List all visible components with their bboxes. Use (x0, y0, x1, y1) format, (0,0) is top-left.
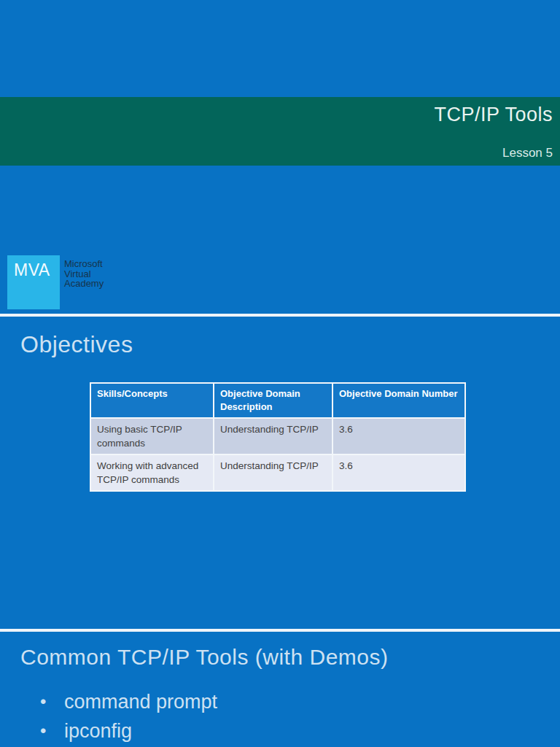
mva-logo: MVA (7, 255, 60, 309)
tools-list: command prompt ipconfig (0, 690, 560, 747)
brand-line-1: Microsoft (64, 259, 104, 269)
deck-title: TCP/IP Tools (434, 104, 553, 126)
bullet-text: command prompt (64, 691, 217, 713)
cell-number: 3.6 (332, 418, 465, 454)
objectives-heading: Objectives (20, 331, 133, 358)
cell-skills: Working with advanced TCP/IP commands (90, 454, 214, 491)
bullet-text: ipconfig (64, 720, 132, 742)
slide-objectives: Objectives Skills/Concepts Objective Dom… (0, 317, 560, 629)
brand-line-2: Virtual (64, 269, 104, 279)
brand-wordmark: Microsoft Virtual Academy (64, 259, 104, 289)
table-row: Using basic TCP/IP commands Understandin… (90, 418, 465, 454)
brand-line-3: Academy (64, 279, 104, 289)
tools-heading: Common TCP/IP Tools (with Demos) (20, 645, 388, 670)
cell-description: Understanding TCP/IP (214, 418, 332, 454)
title-band: TCP/IP Tools Lesson 5 (0, 97, 560, 166)
lesson-label: Lesson 5 (502, 146, 553, 160)
slide-title-page: TCP/IP Tools Lesson 5 MVA Microsoft Virt… (0, 0, 560, 314)
cell-number: 3.6 (332, 454, 465, 491)
column-header-skills: Skills/Concepts (90, 383, 214, 418)
table-row: Working with advanced TCP/IP commands Un… (90, 454, 465, 491)
list-item: ipconfig (0, 719, 560, 743)
mva-logo-text: MVA (7, 255, 60, 280)
objectives-table: Skills/Concepts Objective Domain Descrip… (90, 382, 466, 492)
column-header-domain-description: Objective Domain Description (214, 383, 332, 418)
cell-skills: Using basic TCP/IP commands (90, 418, 214, 454)
column-header-domain-number: Objective Domain Number (332, 383, 465, 418)
list-item: command prompt (0, 690, 560, 714)
slide-tools: Common TCP/IP Tools (with Demos) command… (0, 632, 560, 747)
cell-description: Understanding TCP/IP (214, 454, 332, 491)
table-header-row: Skills/Concepts Objective Domain Descrip… (90, 383, 465, 418)
